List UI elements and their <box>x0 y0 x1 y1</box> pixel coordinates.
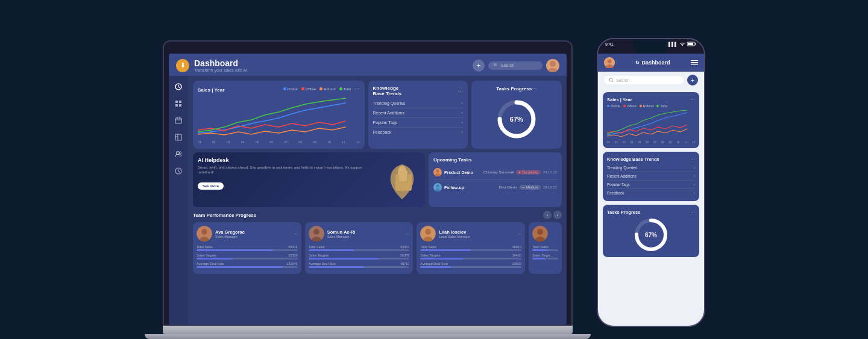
phone-search-bar: Search + <box>598 72 704 89</box>
phone-kb-dots[interactable]: ··· <box>690 156 695 162</box>
phone-refresh-icon: ↻ <box>635 60 640 66</box>
upcoming-tasks-header: Upcoming Tasks <box>433 157 557 163</box>
laptop-base <box>163 326 573 334</box>
task-name-0: Product Demo <box>444 170 481 175</box>
ai-helpdesk-card: AI Helpdesk Smart, swift, and always ahe… <box>193 152 425 207</box>
top-row: Sales | Year Online Offline <box>193 81 562 149</box>
stat-bar-targets-2 <box>420 258 462 260</box>
svg-point-26 <box>201 229 207 235</box>
phone-kb-chevron-3: › <box>694 191 695 195</box>
see-more-button[interactable]: See more <box>198 182 224 190</box>
phone-legend-online: Online <box>607 104 620 108</box>
sidebar-item-clock[interactable] <box>174 166 183 176</box>
phone-tasks-header: Tasks Progress ··· <box>607 209 695 215</box>
legend-refund-dot <box>319 87 322 90</box>
kb-item-popular[interactable]: Popular Tags › <box>373 118 463 128</box>
phone-kb-item-2[interactable]: Popular Tags › <box>607 181 695 189</box>
svg-point-23 <box>436 185 439 188</box>
phone-legend-refund-dot <box>640 105 642 107</box>
phone-kb-item-0[interactable]: Trending Queries › <box>607 164 695 172</box>
chart-x-labels: 010203040506070809101112 <box>198 140 360 144</box>
team-card-dots-0[interactable]: ··· <box>294 231 298 237</box>
sidebar-item-grid[interactable] <box>174 99 183 108</box>
phone-dashboard-title: ↻ Dashboard <box>635 60 670 66</box>
svg-point-0 <box>550 61 556 67</box>
upcoming-tasks-title: Upcoming Tasks <box>433 157 471 163</box>
phone-sales-title: Sales | Year <box>607 97 632 102</box>
phone-kb-item-3[interactable]: Feedback › <box>607 189 695 197</box>
sidebar-item-users[interactable] <box>174 149 183 159</box>
sales-card-header: Sales | Year Online Offline <box>198 86 360 95</box>
kb-item-recent[interactable]: Recent Additions › <box>373 108 463 118</box>
task-avatar-1 <box>433 183 442 191</box>
stat-bar-targets-3 <box>532 258 546 260</box>
phone-add-button[interactable]: + <box>687 75 698 86</box>
team-card-dots-2[interactable]: ··· <box>517 231 521 237</box>
sidebar-item-activity[interactable] <box>174 82 183 92</box>
phone-tasks-dots[interactable]: ··· <box>690 209 695 215</box>
team-card-dots-1[interactable]: ··· <box>406 231 410 237</box>
team-member-role-2: Least Sales Manager <box>439 235 470 238</box>
legend-total: Total <box>339 86 351 92</box>
legend-offline-dot <box>301 87 304 90</box>
stat-bar-total-1 <box>309 249 354 251</box>
stat-targets-0: Sales Targets12309 <box>197 253 298 260</box>
team-member-info-1: Somun Ae-Ri Sales Manager <box>327 229 356 238</box>
phone-kb-card: Knowledge Base Trends ··· Trending Queri… <box>603 152 699 201</box>
kb-chevron-1: › <box>461 111 462 115</box>
kb-card-header: KnowledgeBase Trends ··· <box>373 86 463 96</box>
add-button[interactable]: + <box>473 60 485 72</box>
user-avatar[interactable] <box>546 59 559 72</box>
sidebar-item-layout[interactable] <box>174 132 183 142</box>
sidebar-item-calendar[interactable] <box>174 116 183 125</box>
header-title-block: Dashboard Transform your sales with AI <box>194 58 468 72</box>
task-item-1: Follow-up Dina Glenn — Medium 29.12.22 <box>433 180 557 194</box>
phone-sales-card: Sales | Year ··· Online Offline Refund <box>603 92 699 148</box>
scene: ⬇ Dashboard Transform your sales with AI… <box>0 0 868 339</box>
legend-offline: Offline <box>301 86 316 92</box>
phone-sales-dots[interactable]: ··· <box>690 96 695 102</box>
task-name-1: Follow-up <box>444 185 497 190</box>
search-placeholder: Search <box>501 63 514 67</box>
phone-menu-button[interactable] <box>691 60 698 66</box>
stat-bar-targets-1 <box>309 258 379 260</box>
stat-bar-avg-2 <box>420 266 450 268</box>
kb-item-trending[interactable]: Trending Queries › <box>373 99 463 108</box>
phone-content: Sales | Year ··· Online Offline Refund <box>598 89 704 326</box>
phone: 9:41 ▌▌▌ ↻ <box>597 38 705 327</box>
robot-hand-svg <box>386 157 419 202</box>
main-content: Sales | Year Online Offline <box>188 76 567 325</box>
team-card-header-2: Lilah Ioselev Least Sales Manager ··· <box>420 226 521 241</box>
phone-search-input[interactable]: Search <box>604 76 684 84</box>
team-nav-prev[interactable]: ‹ <box>543 211 552 219</box>
stat-bar-total-3 <box>532 249 548 251</box>
stat-targets-2: Sales Targets34455 <box>420 253 521 260</box>
phone-sales-svg <box>607 110 695 140</box>
tasks-card-header: Tasks Progress ··· <box>496 86 536 92</box>
svg-point-32 <box>425 229 431 235</box>
phone-status-bar: 9:41 ▌▌▌ <box>598 39 704 48</box>
tasks-progress-card: Tasks Progress ··· 67% <box>471 81 562 149</box>
svg-rect-4 <box>179 101 181 103</box>
team-nav-next[interactable]: › <box>553 211 562 219</box>
tasks-card-title: Tasks Progress <box>496 86 532 92</box>
phone-kb-chevron-0: › <box>694 166 695 170</box>
kb-item-feedback[interactable]: Feedback › <box>373 128 463 137</box>
tasks-menu-dots[interactable]: ··· <box>532 86 536 92</box>
dashboard-title: Dashboard <box>194 58 468 68</box>
svg-point-20 <box>436 170 439 173</box>
kb-menu-dots[interactable]: ··· <box>458 88 462 95</box>
phone-kb-item-1[interactable]: Recent Additions › <box>607 172 695 181</box>
svg-rect-8 <box>175 134 181 140</box>
sales-chart-area <box>198 97 360 139</box>
team-card-3: Total Sales Sales Targe... <box>529 222 562 274</box>
phone-legend-offline: Offline <box>623 104 637 108</box>
team-member-name-2: Lilah Ioselev <box>439 229 470 235</box>
phone-kb-title: Knowledge Base Trends <box>607 157 659 162</box>
search-bar[interactable]: 🔍 Search <box>488 61 542 70</box>
sales-menu-dots[interactable]: ··· <box>354 86 359 92</box>
svg-point-1 <box>548 68 558 72</box>
team-card-0: Ava Gregorac Sales Manager ··· Total Sal… <box>193 222 301 274</box>
team-member-info-0: Ava Gregorac Sales Manager <box>215 229 245 238</box>
stat-bar-total-2 <box>420 249 471 251</box>
